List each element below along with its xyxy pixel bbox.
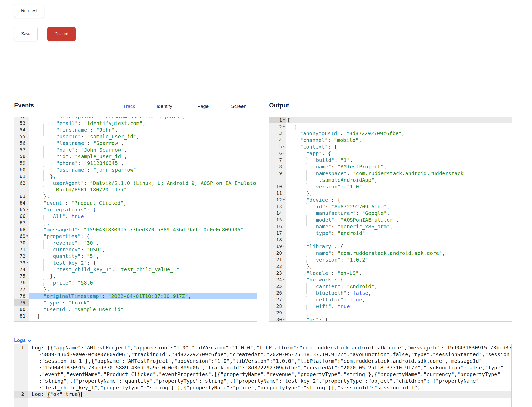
gutter-cell[interactable] — [14, 351, 28, 358]
code-line-22[interactable]: 22}, — [269, 263, 512, 270]
code-line-79[interactable]: 79"type": "track", — [14, 299, 257, 306]
code-line-1[interactable]: :"session-id-1"},{"appName":"AMTestProje… — [14, 358, 511, 364]
code-line-2[interactable]: 2{ — [269, 123, 512, 130]
gutter-cell[interactable] — [14, 364, 28, 371]
fold-toggle-icon[interactable] — [283, 146, 285, 147]
code-line-60[interactable]: 60"username": "john_sparrow" — [14, 166, 257, 173]
code-text[interactable]: Log: [{"appName":"AMTestProject","appVer… — [28, 344, 511, 351]
code-line-30[interactable]: 30"os": { — [269, 316, 512, 322]
code-text[interactable]: "id": "8d872292709c6fbe", — [286, 203, 512, 210]
gutter-cell[interactable]: 6 — [269, 150, 286, 157]
code-line-59[interactable]: 59"phone": "9112340345", — [14, 160, 257, 166]
code-text[interactable]: }, — [286, 190, 512, 197]
code-text[interactable]: :"string"},{"propertyName":"quantity","p… — [28, 378, 511, 384]
code-text[interactable]: :"test_child_key_1","propertyType":"stri… — [28, 384, 511, 391]
run-test-button[interactable]: Run Test — [14, 4, 44, 18]
gutter-cell[interactable]: 19 — [269, 243, 286, 250]
code-line-18[interactable]: 18}, — [269, 236, 512, 243]
gutter-cell[interactable]: 60 — [14, 166, 29, 173]
code-text[interactable]: :"1590431830915-73bed370-5889-436d-9a9e-… — [28, 364, 511, 371]
code-line-19[interactable]: 19"library": { — [269, 243, 512, 250]
gutter-cell[interactable]: 3 — [269, 130, 286, 137]
code-text[interactable]: "namespace": "com.rudderstack.android.ru… — [286, 170, 512, 177]
gutter-cell[interactable]: 28 — [269, 303, 286, 310]
code-line-68[interactable]: 68"messageId": "1590431830915-73bed370-5… — [14, 226, 257, 233]
gutter-cell[interactable]: 24 — [269, 276, 286, 283]
code-text[interactable]: "context": { — [286, 143, 512, 150]
code-text[interactable]: "wifi": true — [286, 303, 512, 310]
code-text[interactable]: }, — [286, 236, 512, 243]
code-text[interactable]: "version": "1.0.2" — [286, 256, 512, 263]
gutter-cell[interactable]: 82 — [14, 319, 29, 322]
fold-toggle-icon[interactable] — [283, 199, 285, 200]
fold-toggle-icon[interactable] — [283, 319, 285, 320]
gutter-cell[interactable]: 68 — [14, 226, 29, 233]
code-line-23[interactable]: 23"locale": "en-US", — [269, 270, 512, 276]
gutter-cell[interactable]: 9 — [269, 170, 286, 177]
code-line-28[interactable]: 28"wifi": true — [269, 303, 512, 310]
code-text[interactable]: "integrations": { — [29, 206, 257, 213]
code-line-1[interactable]: 1Log: [{"appName":"AMTestProject","appVe… — [14, 344, 511, 351]
code-line-27[interactable]: 27"cellular": true, — [269, 296, 512, 303]
gutter-cell[interactable]: 30 — [269, 316, 286, 322]
code-line-77[interactable]: 77}, — [14, 286, 257, 293]
code-line-70[interactable]: 70"revenue": "30", — [14, 240, 257, 246]
code-line-13[interactable]: 13"id": "8d872292709c6fbe", — [269, 203, 512, 210]
code-text[interactable]: "channel": "mobile", — [286, 137, 512, 143]
code-text[interactable]: "userId": "sample_user_id", — [29, 133, 257, 140]
code-text[interactable]: ] — [29, 319, 257, 322]
code-text[interactable]: "price": "58.0" — [29, 279, 257, 286]
code-line-53[interactable]: 53"email": "identify@test.com", — [14, 120, 257, 127]
code-text[interactable]: "userId": "sample_user_id" — [29, 306, 257, 313]
code-line-1[interactable]: -5889-436d-9a9e-0c0e0c809d06","trackingI… — [14, 351, 511, 358]
code-text[interactable]: "lastname": "Sparrow", — [29, 140, 257, 146]
code-line-57[interactable]: 57"name": "John Sparrow", — [14, 146, 257, 153]
code-text[interactable]: .sampleAndroidApp", — [286, 177, 512, 183]
code-line-2[interactable]: 2Log: {"ok":true} — [14, 391, 511, 398]
gutter-cell[interactable]: 13 — [269, 203, 286, 210]
gutter-cell[interactable]: 81 — [14, 313, 29, 319]
gutter-cell[interactable]: 8 — [269, 163, 286, 170]
fold-toggle-icon[interactable] — [283, 279, 285, 280]
fold-toggle-icon[interactable] — [283, 119, 285, 121]
code-text[interactable]: { — [286, 123, 512, 130]
gutter-cell[interactable]: 79 — [14, 299, 29, 306]
gutter-cell[interactable]: 64 — [14, 200, 29, 206]
code-text[interactable]: "library": { — [286, 243, 512, 250]
code-text[interactable]: "description": "Premium user for 5 years… — [29, 117, 257, 120]
gutter-cell[interactable]: 66 — [14, 213, 29, 220]
code-text[interactable]: "cellular": true, — [286, 296, 512, 303]
code-text[interactable]: "email": "identify@test.com", — [29, 120, 257, 127]
gutter-cell[interactable]: 2 — [269, 123, 286, 130]
fold-toggle-icon[interactable] — [283, 126, 285, 127]
fold-toggle-icon[interactable] — [283, 246, 285, 247]
code-line-66[interactable]: 66"All": true — [14, 213, 257, 220]
gutter-cell[interactable]: 4 — [269, 137, 286, 143]
code-line-26[interactable]: 26"bluetooth": false, — [269, 290, 512, 296]
gutter-cell[interactable]: 12 — [269, 197, 286, 203]
code-line-1[interactable]: 1[ — [269, 117, 512, 123]
code-text[interactable]: "type": "android" — [286, 230, 512, 236]
code-text[interactable]: "device": { — [286, 197, 512, 203]
code-text[interactable]: "bluetooth": false, — [286, 290, 512, 296]
code-text[interactable]: "firstname": "John", — [29, 127, 257, 133]
code-text[interactable]: "userAgent": "Dalvik/2.1.0 (Linux; U; An… — [29, 180, 257, 186]
code-text[interactable]: "version": "1.0" — [286, 183, 512, 190]
gutter-cell[interactable] — [14, 371, 28, 378]
code-line-63[interactable]: 63}, — [14, 193, 257, 200]
code-text[interactable]: "properties": { — [29, 233, 257, 240]
code-line-65[interactable]: 65"integrations": { — [14, 206, 257, 213]
gutter-cell[interactable]: 75 — [14, 273, 29, 279]
code-text[interactable]: "model": "AOSPonIAEmulator", — [286, 217, 512, 223]
code-text[interactable]: "type": "track", — [29, 299, 257, 306]
code-line-6[interactable]: 6"app": { — [269, 150, 512, 157]
code-text[interactable]: "name": "com.rudderstack.android.sdk.cor… — [286, 250, 512, 256]
code-text[interactable]: "quantity": "5", — [29, 253, 257, 259]
code-text[interactable]: "originalTimestamp": "2022-04-01T10:37:1… — [29, 293, 257, 299]
code-text[interactable]: }, — [286, 263, 512, 270]
events-json-editor[interactable]: 52"description": "Premium user for 5 yea… — [14, 117, 257, 322]
code-text[interactable]: }, — [29, 286, 257, 293]
code-line-62[interactable]: Build/PSR1.180720.117)" — [14, 186, 257, 193]
tab-track[interactable]: Track — [123, 104, 135, 109]
code-line-54[interactable]: 54"firstname": "John", — [14, 127, 257, 133]
